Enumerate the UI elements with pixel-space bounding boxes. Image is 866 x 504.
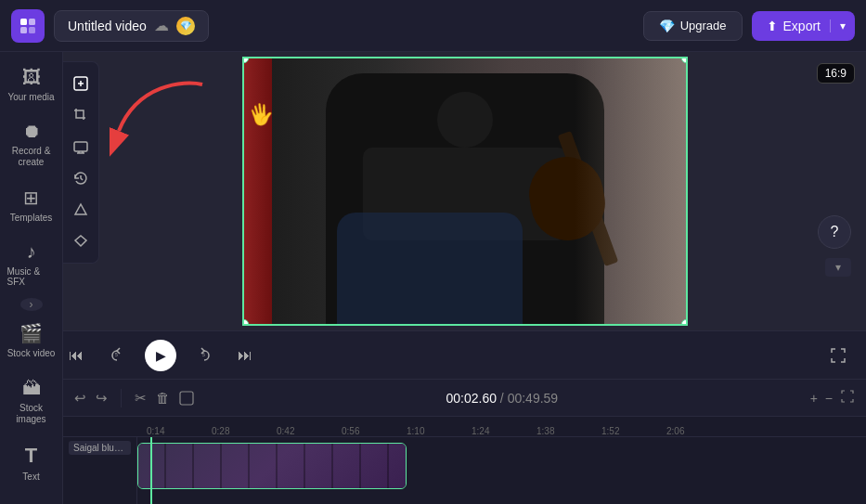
crop-button[interactable] — [63, 99, 98, 131]
svg-rect-2 — [20, 27, 27, 33]
sidebar-item-stock-video[interactable]: 🎬 Stock video — [4, 315, 59, 367]
export-dropdown-arrow[interactable]: ▾ — [830, 19, 855, 32]
upgrade-button[interactable]: 💎 Upgrade — [643, 11, 743, 41]
cut-button[interactable]: ✂ — [135, 390, 147, 407]
sidebar-item-stock-images[interactable]: 🏔 Stock images — [4, 370, 59, 433]
delete-button[interactable]: 🗑 — [156, 390, 170, 406]
export-upload-icon: ⬆ — [767, 19, 778, 33]
text-icon: T — [25, 444, 37, 468]
expand-icon: ▾ — [835, 261, 841, 274]
track-content[interactable] — [137, 437, 866, 504]
more-icon: ♥ — [26, 500, 37, 504]
app-logo — [11, 9, 45, 43]
toolbar-separator-1 — [121, 389, 122, 407]
screen-button[interactable] — [63, 131, 98, 162]
timeline-right-buttons: + − — [810, 389, 855, 407]
fill-button[interactable] — [63, 68, 98, 99]
sidebar-item-templates-label: Templates — [10, 213, 53, 223]
skip-back-button[interactable]: ⏮ — [63, 342, 89, 368]
help-icon: ? — [831, 224, 839, 240]
ruler-marks: 0:14 0:28 0:42 0:56 — [137, 417, 731, 436]
sidebar-item-media[interactable]: 🖼 Your media — [4, 59, 59, 110]
sidebar-item-media-label: Your media — [7, 92, 54, 102]
upgrade-label: Upgrade — [680, 19, 727, 32]
sidebar-item-record[interactable]: ⏺ Record &create — [4, 113, 59, 175]
pro-badge: 💎 — [176, 17, 195, 35]
timeline-add-button[interactable]: + — [810, 391, 818, 406]
project-title-button[interactable]: Untitled video ☁ 💎 — [54, 10, 209, 42]
timecode-current: 00:02.60 — [446, 391, 497, 406]
diamond-icon: 💎 — [659, 19, 675, 33]
editor-area: Fill — [63, 52, 866, 504]
sidebar-item-stock-video-label: Stock video — [7, 348, 56, 359]
playback-controls: ⏮ 5 ▶ 5 ⏭ — [63, 330, 866, 379]
sidebar-item-music[interactable]: ♪ Music & SFX — [4, 234, 59, 294]
sidebar: 🖼 Your media ⏺ Record &create ⊞ Template… — [0, 52, 63, 504]
timeline-ruler-tracks: 0:14 0:28 0:42 0:56 — [63, 417, 866, 504]
sidebar-item-stock-images-label: Stock images — [7, 403, 56, 425]
media-icon: 🖼 — [22, 67, 41, 88]
forward-button[interactable]: 5 — [191, 342, 217, 368]
video-content — [244, 58, 686, 324]
svg-rect-0 — [20, 19, 27, 25]
timeline-timecode: 00:02.60 / 00:49.59 — [203, 391, 801, 406]
svg-rect-3 — [29, 27, 35, 33]
project-title: Untitled video — [68, 19, 147, 33]
stock-video-icon: 🎬 — [19, 322, 43, 344]
handle-bottom-right[interactable] — [681, 319, 688, 326]
play-button[interactable]: ▶ — [145, 340, 176, 371]
aspect-ratio-badge[interactable]: 16:9 — [817, 63, 855, 84]
track-label: Saigal blues file 4.mp4 — [69, 441, 131, 455]
music-icon: ♪ — [27, 241, 36, 263]
sidebar-item-more[interactable]: ♥ — [4, 493, 59, 504]
export-button[interactable]: ⬆ Export ▾ — [752, 11, 855, 41]
fullscreen-button[interactable] — [825, 342, 851, 368]
timeline-zoom-out-button[interactable]: − — [825, 391, 833, 406]
topbar: Untitled video ☁ 💎 💎 Upgrade ⬆ Export ▾ — [0, 0, 866, 52]
timeline-area: ↩ ↪ ✂ 🗑 00:02.60 / 00:49.59 + − — [63, 379, 866, 504]
history-button[interactable] — [63, 162, 98, 194]
canvas-area: Fill — [63, 52, 866, 379]
record-clip-button[interactable] — [179, 391, 194, 406]
record-icon: ⏺ — [22, 121, 41, 142]
help-button[interactable]: ? — [818, 215, 851, 249]
video-canvas[interactable]: 16:9 — [63, 52, 866, 330]
sidebar-item-record-label: Record &create — [12, 146, 51, 168]
triangle-button[interactable] — [63, 194, 98, 226]
video-clip[interactable] — [137, 443, 407, 489]
svg-rect-8 — [180, 392, 193, 405]
skip-forward-button[interactable]: ⏭ — [232, 342, 258, 368]
undo-button[interactable]: ↩ — [74, 390, 86, 407]
track-label-column: Saigal blues file 4.mp4 — [63, 437, 137, 504]
clip-thumbnail — [138, 444, 406, 488]
export-label: Export — [783, 19, 830, 33]
svg-text:5: 5 — [202, 352, 205, 357]
cloud-icon: ☁ — [154, 17, 169, 34]
timeline-toolbar: ↩ ↪ ✂ 🗑 00:02.60 / 00:49.59 + − — [63, 380, 866, 417]
floating-toolbar: Fill — [63, 61, 99, 264]
sidebar-collapse-toggle[interactable]: › — [20, 298, 43, 311]
stock-images-icon: 🏔 — [22, 378, 41, 399]
templates-icon: ⊞ — [23, 187, 39, 209]
timeline-ruler: 0:14 0:28 0:42 0:56 — [63, 417, 866, 437]
handle-bottom-left[interactable] — [242, 319, 249, 326]
sidebar-item-text-label: Text — [22, 472, 39, 482]
timecode-total: 00:49.59 — [508, 391, 559, 406]
redo-button[interactable]: ↪ — [96, 390, 108, 407]
playhead[interactable] — [150, 437, 152, 504]
rewind-button[interactable]: 5 — [104, 342, 130, 368]
timeline-fit-button[interactable] — [840, 389, 855, 407]
timeline-tracks: Saigal blues file 4.mp4 — [63, 437, 866, 504]
svg-rect-1 — [29, 19, 35, 25]
sidebar-item-templates[interactable]: ⊞ Templates — [4, 179, 59, 230]
timecode-separator: / — [500, 391, 508, 406]
main-content: 🖼 Your media ⏺ Record &create ⊞ Template… — [0, 52, 866, 504]
expand-panel-button[interactable]: ▾ — [825, 258, 851, 277]
sidebar-item-text[interactable]: T Text — [4, 436, 59, 489]
video-frame[interactable] — [242, 57, 688, 326]
sidebar-item-music-label: Music & SFX — [7, 266, 56, 287]
video-frame-container[interactable] — [242, 57, 688, 326]
svg-text:5: 5 — [115, 352, 118, 357]
shape2-button[interactable] — [63, 226, 98, 257]
svg-rect-5 — [74, 142, 87, 151]
